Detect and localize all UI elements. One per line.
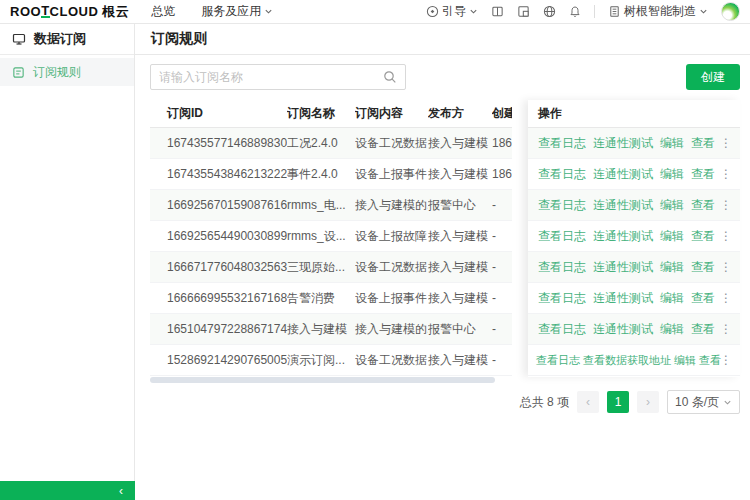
nav-item-services[interactable]: 服务及应用 <box>201 3 273 20</box>
action-link[interactable]: 查看 <box>691 228 715 245</box>
action-link[interactable]: 查看 <box>691 290 715 307</box>
nav-item-label: 总览 <box>151 3 175 20</box>
pagination: 总共 8 项 ‹ 1 › 10 条/页 <box>520 390 740 414</box>
rootcloud-logo[interactable]: ROOTCLOUD 根云 <box>10 3 129 21</box>
table-row[interactable]: 1666717760480325634三现原始...设备工况数据接入与建模- <box>150 252 512 283</box>
chevron-down-icon <box>699 7 708 16</box>
table-row[interactable]: 1674355771468898305工况2.4.0设备工况数据接入与建模186 <box>150 128 512 159</box>
table-row[interactable]: 1669256701590876161rmms_电...接入与建模的...报警中… <box>150 190 512 221</box>
more-actions-icon[interactable]: ⋮ <box>718 322 734 336</box>
prev-page-button[interactable]: ‹ <box>577 391 599 413</box>
next-page-button[interactable]: › <box>637 391 659 413</box>
org-selector[interactable]: 树根智能制造 <box>608 3 708 20</box>
table-row[interactable]: 1669256544900308994rmms_设...设备上报故障接入与建模- <box>150 221 512 252</box>
action-link[interactable]: 查看 <box>691 135 715 152</box>
column-header-name: 订阅名称 <box>287 105 355 122</box>
column-header-publisher: 发布方 <box>428 105 492 122</box>
action-link[interactable]: 连通性测试 <box>593 290 653 307</box>
action-link[interactable]: 查看日志 <box>538 290 586 307</box>
switch-window-icon[interactable] <box>517 5 530 18</box>
table-cell: - <box>492 353 512 367</box>
action-link[interactable]: 连通性测试 <box>593 321 653 338</box>
action-link[interactable]: 连通性测试 <box>593 228 653 245</box>
top-navbar: ROOTCLOUD 根云 总览 服务及应用 引导 <box>0 0 750 24</box>
table-body-left: 1674355771468898305工况2.4.0设备工况数据接入与建模186… <box>150 128 512 376</box>
action-link[interactable]: 查看日志 <box>536 353 580 368</box>
action-link[interactable]: 连通性测试 <box>593 259 653 276</box>
action-link[interactable]: 编辑 <box>660 290 684 307</box>
action-link[interactable]: 查看 <box>691 197 715 214</box>
more-actions-icon[interactable]: ⋮ <box>718 260 734 274</box>
guide-button[interactable]: 引导 <box>426 3 478 20</box>
page-size-label: 10 条/页 <box>675 394 719 411</box>
column-header-created: 创建时间 <box>492 105 512 122</box>
more-actions-icon[interactable]: ⋮ <box>718 136 734 150</box>
search-button[interactable] <box>375 70 405 84</box>
action-link[interactable]: 查看日志 <box>538 259 586 276</box>
action-link[interactable]: 连通性测试 <box>593 135 653 152</box>
action-link[interactable]: 查看日志 <box>538 321 586 338</box>
layout-columns-icon[interactable] <box>491 5 504 18</box>
sidebar-collapse-bar[interactable]: ‹ <box>0 481 135 500</box>
page-header: 订阅规则 <box>135 24 750 55</box>
action-link[interactable]: 连通性测试 <box>593 166 653 183</box>
action-link[interactable]: 连通性测试 <box>593 197 653 214</box>
page-size-select[interactable]: 10 条/页 <box>667 390 740 414</box>
table-cell: - <box>492 229 512 243</box>
action-link[interactable]: 编辑 <box>660 197 684 214</box>
action-link[interactable]: 查看 <box>691 259 715 276</box>
more-actions-icon[interactable]: ⋮ <box>718 167 734 181</box>
action-link[interactable]: 查看 <box>691 321 715 338</box>
table-row[interactable]: 1651047972288671745接入与建模接入与建模的...报警中心- <box>150 314 512 345</box>
action-link[interactable]: 编辑 <box>660 321 684 338</box>
action-link[interactable]: 编辑 <box>660 228 684 245</box>
logo-cn: 根云 <box>102 3 129 21</box>
column-header-id: 订阅ID <box>150 105 287 122</box>
logo-text: CLOUD <box>50 4 99 19</box>
chevron-right-icon: › <box>646 395 650 409</box>
more-actions-icon[interactable]: ⋮ <box>718 291 734 305</box>
table-cell: 接入与建模 <box>428 290 492 307</box>
sidebar-title: 数据订阅 <box>0 24 134 55</box>
more-actions-icon[interactable]: ⋮ <box>718 229 734 243</box>
table-cell: 设备工况数据 <box>355 259 428 276</box>
action-link[interactable]: 查看 <box>691 166 715 183</box>
nav-item-label: 服务及应用 <box>201 3 261 20</box>
table-cell: rmms_电... <box>287 197 355 214</box>
table-cell: 设备上报事件 <box>355 166 428 183</box>
table-cell: 接入与建模 <box>428 135 492 152</box>
logo-text-underlined: T <box>41 5 49 18</box>
table-cell: 186 <box>492 167 512 181</box>
more-actions-icon[interactable]: ⋮ <box>718 353 734 367</box>
action-link[interactable]: 查看日志 <box>538 228 586 245</box>
user-avatar[interactable] <box>721 2 740 21</box>
table-row[interactable]: 1674355438462132226事件2.4.0设备上报事件接入与建模186 <box>150 159 512 190</box>
guide-label: 引导 <box>442 3 466 20</box>
table-cell: 事件2.4.0 <box>287 166 355 183</box>
more-actions-icon[interactable]: ⋮ <box>718 198 734 212</box>
horizontal-scrollbar-thumb[interactable] <box>150 377 495 383</box>
create-button[interactable]: 创建 <box>686 64 740 90</box>
table-row-actions: 查看日志连通性测试编辑查看⋮ <box>528 128 740 159</box>
table-row-actions: 查看日志连通性测试编辑查看⋮ <box>528 159 740 190</box>
action-link[interactable]: 编辑 <box>660 259 684 276</box>
current-page-button[interactable]: 1 <box>607 391 629 413</box>
action-link[interactable]: 查看数据获取地址 <box>583 353 671 368</box>
action-link[interactable]: 查看日志 <box>538 197 586 214</box>
table-row[interactable]: 1528692142907650050演示订阅...设备工况数据接入与建模- <box>150 345 512 376</box>
nav-item-overview[interactable]: 总览 <box>151 3 175 20</box>
search-input[interactable] <box>151 70 375 84</box>
action-link[interactable]: 查看日志 <box>538 166 586 183</box>
action-link[interactable]: 编辑 <box>674 353 696 368</box>
table-cell: 设备工况数据 <box>355 352 428 369</box>
table-row[interactable]: 1666669955321671683告警消费设备上报事件接入与建模- <box>150 283 512 314</box>
guide-icon <box>426 5 439 18</box>
table-cell: 工况2.4.0 <box>287 135 355 152</box>
action-link[interactable]: 查看日志 <box>538 135 586 152</box>
table-cell: 接入与建模的... <box>355 321 428 338</box>
sidebar-item-subscription-rules[interactable]: 订阅规则 <box>0 58 134 86</box>
globe-icon[interactable] <box>543 5 556 18</box>
action-link[interactable]: 编辑 <box>660 166 684 183</box>
action-link[interactable]: 编辑 <box>660 135 684 152</box>
bell-icon[interactable] <box>569 5 581 18</box>
